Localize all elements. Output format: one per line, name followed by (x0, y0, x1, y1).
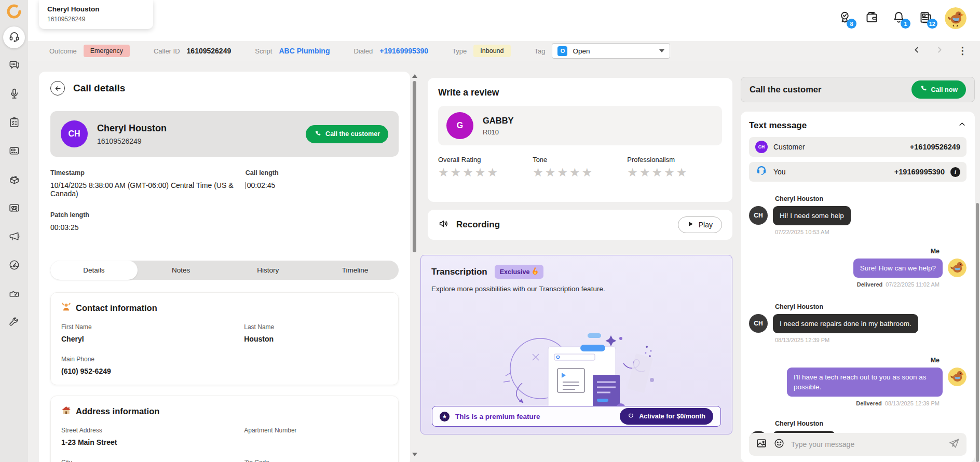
house-icon (61, 405, 71, 417)
clipboard-checklist-icon (8, 116, 20, 130)
call-length-field[interactable]: Call length 00:02:45 (246, 169, 399, 198)
main-phone-field: Main Phone (610) 952-6249 (61, 356, 244, 375)
sidebar-item-addons[interactable] (3, 283, 25, 305)
notifications-count-badge: 1 (901, 19, 910, 29)
call-length-label: Call length (246, 169, 399, 176)
play-label: Play (699, 221, 713, 229)
message-bubble: I need some repairs done in my bathroom. (773, 314, 918, 333)
prev-record-button[interactable] (912, 45, 921, 57)
sidebar-item-chats[interactable] (3, 55, 25, 77)
achievements-count-badge: 8 (847, 19, 856, 29)
write-review-card: Write a review G GABBY R010 Overall Rati… (428, 78, 732, 202)
message-input[interactable] (791, 440, 942, 449)
sidebar-item-voicemail[interactable] (3, 198, 25, 220)
exclusive-badge: Exclusive (495, 265, 544, 279)
agent-card: G GABBY R010 (438, 106, 722, 145)
achievements-button[interactable]: 8 (837, 10, 852, 26)
notifications-button[interactable]: 1 (891, 10, 906, 26)
wrench-icon (8, 316, 20, 330)
sidebar-item-recordings-mic[interactable] (3, 84, 25, 105)
call-customer-title: Call the customer (750, 85, 821, 94)
left-panel-scrollbar[interactable] (412, 74, 417, 456)
tag-dropdown[interactable]: O Open (552, 43, 670, 59)
scroll-down-arrow[interactable] (412, 453, 417, 456)
premium-feature-text: This is a premium feature (455, 413, 540, 420)
zip-code-field: Zip Code 10001 (244, 459, 388, 462)
activate-premium-button[interactable]: Activate for $0/month (620, 408, 713, 425)
scrollbar-thumb[interactable] (976, 203, 979, 462)
emoji-button[interactable] (773, 438, 785, 451)
text-message-panel: Text message CH Customer +16109526249 Yo… (741, 112, 975, 462)
bird-avatar-icon (945, 7, 967, 29)
premium-star-icon: ★ (440, 412, 450, 422)
tab-timeline[interactable]: Timeline (311, 261, 399, 280)
user-avatar[interactable] (945, 7, 967, 29)
cassette-icon (8, 202, 20, 216)
phone-icon (920, 85, 927, 94)
scroll-up-arrow[interactable] (412, 74, 417, 78)
transcription-panel: Transcription Exclusive Explore more pos… (420, 255, 732, 434)
you-number: +19169995390 (894, 168, 945, 176)
call-the-customer-button[interactable]: Call the customer (306, 125, 388, 143)
wallet-button[interactable] (864, 10, 879, 26)
customer-summary-card: CH Cheryl Houston 16109526249 Call the c… (50, 111, 399, 157)
megaphone-icon (8, 230, 20, 244)
tab-notes[interactable]: Notes (138, 261, 225, 280)
attach-image-button[interactable] (756, 438, 767, 451)
topbar: Cheryl Houston 16109526249 8 1 12 (28, 0, 980, 41)
call-tab[interactable]: Cheryl Houston 16109526249 (39, 0, 153, 29)
send-message-button[interactable] (948, 438, 960, 451)
dialed-number-link[interactable]: +19169995390 (379, 47, 428, 55)
agent-avatar: G (446, 112, 473, 139)
back-button[interactable] (50, 81, 65, 96)
sidebar-item-dashboard[interactable] (3, 255, 25, 277)
play-recording-button[interactable]: Play (678, 216, 722, 233)
activate-label: Activate for $0/month (639, 413, 705, 420)
customer-phone: 16109526249 (97, 137, 306, 145)
tab-history[interactable]: History (225, 261, 312, 280)
first-name-field: First Name Cheryl (61, 323, 244, 343)
overall-rating-group: Overall Rating ★★★★★ (438, 156, 533, 180)
text-cursor (246, 182, 246, 189)
sidebar-item-agent-headset[interactable] (3, 26, 25, 48)
contact-info-title: Contact information (76, 303, 157, 313)
info-icon[interactable]: i (950, 167, 960, 177)
brand-logo-icon (6, 3, 22, 20)
outcome-label: Outcome (49, 47, 77, 55)
customer-avatar: CH (61, 120, 88, 147)
sidebar-item-campaigns[interactable] (3, 226, 25, 248)
customer-number: +16109526249 (910, 143, 960, 151)
timestamp-label: Timestamp (50, 169, 246, 176)
script-label: Script (255, 47, 272, 55)
bird-avatar (948, 368, 967, 386)
collapse-section-button[interactable] (958, 120, 967, 131)
app-window: Cheryl Houston 16109526249 8 1 12 (0, 0, 980, 462)
sidebar-item-settings[interactable] (3, 312, 25, 334)
message-bubble: Hi! I need some help (773, 206, 851, 225)
content-area: Call details CH Cheryl Houston 161095262… (28, 61, 980, 462)
overall-rating-stars[interactable]: ★★★★★ (438, 166, 533, 180)
professionalism-rating-stars[interactable]: ★★★★★ (627, 166, 722, 180)
message-input-bar (749, 433, 967, 456)
sidebar-item-integrations[interactable] (3, 169, 25, 191)
call-now-button[interactable]: Call now (911, 80, 966, 99)
sidebar-item-scripts[interactable] (3, 112, 25, 134)
news-button[interactable]: 12 (918, 10, 933, 26)
city-field: City Queens (61, 459, 244, 462)
phone-icon (314, 130, 321, 139)
you-number-row: You +19169995390 i (749, 162, 967, 182)
lego-brick-icon (8, 173, 20, 187)
next-record-button[interactable] (935, 45, 944, 57)
script-link[interactable]: ABC Plumbing (279, 47, 330, 55)
sidebar-item-dispatch[interactable] (3, 141, 25, 162)
customer-number-row: CH Customer +16109526249 (749, 137, 967, 157)
scrollbar-thumb[interactable] (413, 81, 416, 252)
message-time: 08/13/2025 12:39 PM (775, 337, 967, 343)
headset-icon (8, 31, 20, 45)
tag-selected-value: Open (573, 47, 654, 55)
chat-scrollbar[interactable] (976, 203, 979, 462)
tone-rating-stars[interactable]: ★★★★★ (533, 166, 627, 180)
more-options-button[interactable]: ⋮ (958, 48, 968, 53)
tab-details[interactable]: Details (50, 261, 138, 280)
message-bubble: I'll have a tech reach out to you as soo… (787, 368, 943, 397)
